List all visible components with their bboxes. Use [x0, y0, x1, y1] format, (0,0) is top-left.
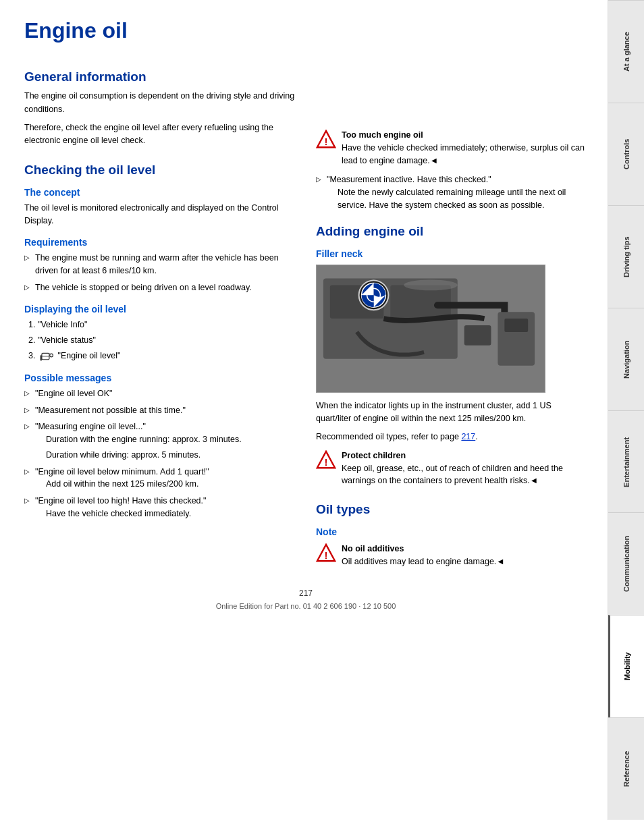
- possible-messages-subheading: Possible messages: [24, 373, 296, 383]
- filler-neck-image: [316, 265, 545, 393]
- list-item: "Engine oil level": [38, 350, 296, 362]
- page-ref-link[interactable]: 217: [461, 432, 475, 441]
- sidebar-tab-navigation[interactable]: Navigation: [608, 308, 644, 410]
- svg-text:!: !: [325, 456, 328, 467]
- sub-bullet: Duration with the engine running: approx…: [46, 433, 296, 446]
- sidebar-tab-controls[interactable]: Controls: [608, 103, 644, 205]
- filler-image-inner: [317, 265, 545, 392]
- warning-icon: !: [316, 130, 336, 150]
- sidebar-tab-communication[interactable]: Communication: [608, 512, 644, 615]
- sidebar-tab-driving-tips[interactable]: Driving tips: [608, 205, 644, 308]
- list-item: "Engine oil level too high! Have this ch…: [24, 495, 296, 520]
- svg-point-17: [404, 279, 458, 290]
- warning-text: No oil additives Oil additives may lead …: [342, 543, 505, 568]
- warning-text: Too much engine oil Have the vehicle che…: [342, 129, 587, 167]
- warning-icon: !: [316, 450, 336, 470]
- sidebar-tab-mobility[interactable]: Mobility: [608, 615, 644, 717]
- oil-types-heading: Oil types: [316, 502, 587, 517]
- list-item: "Measurement not possible at this time.": [24, 404, 296, 417]
- list-item: "Engine oil level below minimum. Add 1 q…: [24, 466, 296, 491]
- svg-text:!: !: [325, 136, 328, 147]
- list-item: The engine must be running and warm afte…: [24, 252, 296, 277]
- svg-point-3: [50, 354, 53, 357]
- list-item: "Measurement inactive. Have this checked…: [316, 173, 587, 211]
- possible-messages-list: "Engine oil level OK" "Measurement not p…: [24, 387, 296, 520]
- sidebar-tab-reference[interactable]: Reference: [608, 717, 644, 820]
- checking-oil-heading: Checking the oil level: [24, 163, 296, 177]
- left-column: General information The engine oil consu…: [24, 55, 296, 574]
- filler-paragraph2: Recommended oil types, refer to page 217…: [316, 431, 587, 443]
- warning-text: Protect children Keep oil, grease, etc.,…: [342, 449, 587, 487]
- list-item: "Measuring engine oil level..." Duration…: [24, 420, 296, 461]
- svg-rect-16: [504, 319, 528, 332]
- requirements-list: The engine must be running and warm afte…: [24, 252, 296, 294]
- general-info-p2: Therefore, check the engine oil level af…: [24, 121, 296, 148]
- list-item: "Vehicle status": [38, 334, 296, 347]
- displaying-subheading: Displaying the oil level: [24, 304, 296, 315]
- sub-bullet: Have the vehicle checked immediately.: [46, 508, 296, 520]
- warning-protect-children: ! Protect children Keep oil, grease, etc…: [316, 449, 587, 487]
- sidebar-tab-entertainment[interactable]: Entertainment: [608, 410, 644, 513]
- general-info-p1: The engine oil consumption is dependent …: [24, 90, 296, 116]
- filler-neck-subheading: Filler neck: [316, 248, 587, 259]
- list-item: "Engine oil level OK": [24, 387, 296, 400]
- sidebar: At a glance Controls Driving tips Naviga…: [608, 0, 644, 820]
- page-footer: Online Edition for Part no. 01 40 2 606 …: [24, 602, 587, 610]
- sidebar-tab-at-a-glance[interactable]: At a glance: [608, 0, 644, 103]
- warning-too-much-oil: ! Too much engine oil Have the vehicle c…: [316, 129, 587, 167]
- note-subheading: Note: [316, 526, 587, 537]
- list-item: "Vehicle Info": [38, 319, 296, 331]
- general-info-heading: General information: [24, 70, 296, 84]
- svg-text:!: !: [325, 549, 328, 561]
- svg-rect-10: [390, 285, 450, 319]
- adding-oil-heading: Adding engine oil: [316, 224, 587, 239]
- requirements-subheading: Requirements: [24, 237, 296, 248]
- warning-no-oil-additives: ! No oil additives Oil additives may lea…: [316, 543, 587, 568]
- page-number: 217: [24, 589, 587, 598]
- two-column-layout: General information The engine oil consu…: [24, 55, 587, 574]
- concept-subheading: The concept: [24, 187, 296, 198]
- sub-bullet: Add oil within the next 125 miles/200 km…: [46, 478, 296, 491]
- main-content: Engine oil General information The engin…: [0, 0, 608, 820]
- page-title: Engine oil: [24, 19, 587, 43]
- warning-icon: !: [316, 543, 336, 564]
- sub-bullet: Duration while driving: approx. 5 minute…: [46, 449, 296, 462]
- right-messages-list: "Measurement inactive. Have this checked…: [316, 173, 587, 211]
- list-item: The vehicle is stopped or being driven o…: [24, 281, 296, 294]
- filler-paragraph1: When the indicator lights up in the inst…: [316, 400, 587, 426]
- concept-text: The oil level is monitored electronicall…: [24, 202, 296, 228]
- oil-gauge-icon: [38, 351, 57, 360]
- right-column: ! Too much engine oil Have the vehicle c…: [316, 55, 587, 574]
- svg-line-4: [49, 353, 50, 354]
- svg-rect-14: [464, 325, 491, 346]
- displaying-list: "Vehicle Info" "Vehicle status": [24, 319, 296, 363]
- sub-bullet: Note the newly calculated remaining mile…: [338, 186, 587, 212]
